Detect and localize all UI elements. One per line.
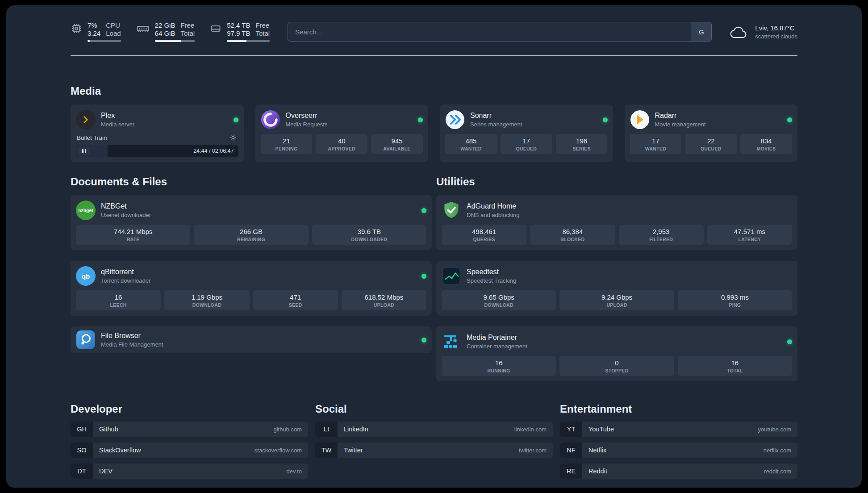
service-link-filebrowser[interactable]: File Browser Media File Management [76,330,426,350]
service-link-portainer[interactable]: Media Portainer Container management [442,332,792,351]
stat-tile: 17QUEUED [501,134,552,154]
stat-value: 16 [78,293,159,301]
service-meta: AdGuard Home DNS and adblocking [467,202,520,218]
stats-row: 16RUNNING 0STOPPED 16TOTAL [442,356,792,376]
media-grid: Plex Media server Bullet Train [71,104,797,162]
bookmark-abbr: NF [560,443,582,458]
cpu-value-column: 7% 3.24 [88,21,100,38]
bookmark-netflix[interactable]: NF Netflixnetflix.com [560,443,797,458]
radarr-icon [630,110,650,130]
memory-free: 22 GiB [155,21,175,29]
stat-tile: 40APPROVED [316,134,367,154]
service-link-plex[interactable]: Plex Media server [76,110,238,130]
service-link-qbittorrent[interactable]: qb qBittorrent Torrent downloader [76,266,426,286]
service-subtitle: Media Requests [286,121,328,128]
stat-value: 86,384 [532,228,613,235]
service-link-adguard[interactable]: AdGuard Home DNS and adblocking [442,201,792,220]
bookmark-name: Twitter [344,447,363,454]
disk-free: 52.4 TB [227,21,250,29]
stat-label: DOWNLOADED [314,237,425,242]
stat-value: 196 [558,137,606,145]
stats-row: 744.21 MbpsRATE 266 GBREMAINING 39.6 TBD… [76,225,426,245]
pause-button[interactable] [78,147,90,155]
bookmark-group-entertainment: Entertainment YT YouTubeyoutube.com NF N… [560,403,797,479]
bookmark-stackoverflow[interactable]: SO StackOverflowstackoverflow.com [71,443,308,458]
stat-value: 834 [742,137,790,145]
service-link-overseerr[interactable]: Overseerr Media Requests [261,110,423,130]
bookmark-reddit[interactable]: RE Redditreddit.com [560,464,797,479]
stat-value: 16 [443,359,554,367]
cpu-usage: 7% [88,21,100,29]
bookmark-body: StackOverflowstackoverflow.com [93,443,308,458]
bookmark-github[interactable]: GH Githubgithub.com [71,422,308,437]
service-link-sonarr[interactable]: Sonarr Series management [445,110,608,130]
bookmark-youtube[interactable]: YT YouTubeyoutube.com [560,422,797,437]
bookmark-group-developer: Developer GH Githubgithub.com SO StackOv… [71,403,308,479]
bookmark-name: LinkedIn [344,426,368,433]
service-name: NZBGet [101,202,151,210]
stat-label: UPLOAD [561,302,672,308]
topbar-divider [71,55,797,56]
service-meta: qBittorrent Torrent downloader [101,268,150,284]
mid-section: Documents & Files nzbget NZBGet Usenet d… [71,175,797,381]
cpu-label: CPU [106,21,121,29]
stat-label: REMAINING [196,237,306,242]
stat-tile: 471SEED [253,290,338,310]
memory-total: 64 GiB [155,29,175,38]
search-provider-button[interactable]: G [691,22,711,41]
service-name: qBittorrent [101,268,150,276]
service-card-nzbget: nzbget NZBGet Usenet downloader 744.21 M… [71,195,432,250]
memory-usage-bar [155,40,195,42]
gear-icon[interactable] [229,133,238,142]
service-meta: NZBGet Usenet downloader [101,202,151,218]
stat-tile: 9.24 GbpsUPLOAD [559,290,674,310]
sonarr-icon [445,110,465,130]
service-name: Sonarr [470,112,522,120]
cpu-values: 7% 3.24 CPU Load [88,21,121,38]
stat-value: 17 [502,137,551,145]
dashboard-content: 7% 3.24 CPU Load [71,5,797,479]
service-meta: Sonarr Series management [470,112,522,128]
bookmark-list: YT YouTubeyoutube.com NF Netflixnetflix.… [560,422,797,479]
playback-progress-bar[interactable]: 24:44 / 02:06:47 [76,145,238,157]
bookmark-domain: stackoverflow.com [255,447,302,454]
stat-tile: 16LEECH [76,290,161,310]
stat-value: 47.571 ms [709,228,790,235]
stat-value: 0 [561,359,672,367]
service-name: Overseerr [286,112,328,120]
stat-tile: 21PENDING [261,134,313,154]
overseerr-icon [261,110,280,130]
service-link-speedtest[interactable]: Speedtest Speedtest Tracking [442,266,792,286]
search-input[interactable] [288,22,691,41]
stat-label: RATE [78,237,188,242]
documents-cards: nzbget NZBGet Usenet downloader 744.21 M… [71,195,432,353]
service-meta: Speedtest Speedtest Tracking [467,268,516,284]
search-bar: G [288,22,712,42]
stat-value: 39.6 TB [314,228,425,235]
stat-label: DOWNLOAD [166,302,247,308]
service-link-nzbget[interactable]: nzbget NZBGet Usenet downloader [76,201,426,220]
filebrowser-icon [76,330,96,350]
disk-usage-fill [227,40,246,42]
cpu-load-average: 3.24 [88,29,100,38]
bookmark-twitter[interactable]: TW Twittertwitter.com [315,443,553,458]
disk-value-column: 52.4 TB 97.9 TB [227,21,250,38]
stat-tile: 22QUEUED [685,134,737,154]
service-link-radarr[interactable]: Radarr Movie management [630,110,793,130]
stat-tile: 498,461QUERIES [442,225,526,245]
service-meta: Overseerr Media Requests [286,112,328,128]
bookmark-dev[interactable]: DT DEVdev.to [71,464,308,479]
memory-total-label: Total [180,29,195,38]
stat-label: SERIES [558,146,606,151]
stat-label: AVAILABLE [373,146,421,151]
memory-widget: 22 GiB 64 GiB Free Total [136,21,195,42]
stat-value: 744.21 Mbps [78,228,188,235]
bookmark-abbr: YT [560,422,582,437]
disk-total: 97.9 TB [227,29,250,38]
bookmark-linkedin[interactable]: LI LinkedInlinkedin.com [315,422,553,437]
stat-label: LATENCY [709,237,790,242]
bookmark-domain: github.com [273,426,302,433]
stat-value: 9.24 Gbps [561,293,672,301]
service-subtitle: Torrent downloader [101,277,150,284]
section-title-utilities: Utilities [436,175,797,188]
